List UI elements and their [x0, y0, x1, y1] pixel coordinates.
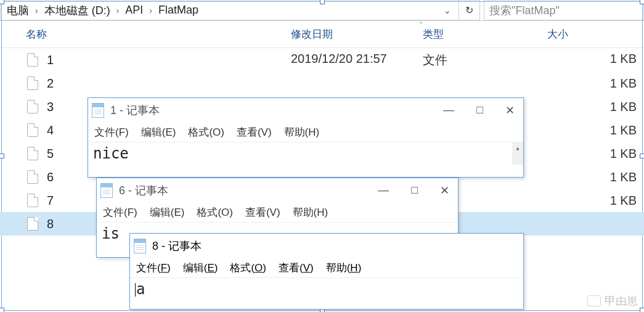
file-row[interactable]: 1 2019/12/20 21:57文件1 KB — [0, 48, 644, 72]
menubar: 文件(F) 编辑(E) 格式(O) 查看(V) 帮助(H) — [130, 258, 523, 278]
file-size: 1 KB — [547, 170, 644, 184]
menu-view[interactable]: 查看(V) — [245, 205, 280, 220]
notepad-window-1[interactable]: 1 - 记事本 — □ ✕ 文件(F) 编辑(E) 格式(O) 查看(V) 帮助… — [88, 97, 524, 178]
search-input[interactable]: 搜索"FlatMap" — [484, 0, 644, 20]
file-icon — [27, 53, 38, 67]
file-name: 3 — [47, 100, 54, 114]
menu-edit[interactable]: 编辑(E) — [150, 205, 185, 220]
handle-bot-right[interactable] — [640, 308, 644, 312]
crumb-drive[interactable]: 本地磁盘 (D:) — [42, 3, 113, 18]
menu-file[interactable]: 文件(F) — [94, 125, 129, 139]
menu-format[interactable]: 格式(O) — [188, 125, 224, 139]
file-icon — [27, 76, 38, 90]
maximize-button[interactable]: □ — [411, 184, 418, 197]
chevron-right-icon: › — [148, 6, 153, 15]
file-row[interactable]: 2 1 KB — [0, 72, 644, 95]
text-area[interactable]: nice ▴ — [88, 142, 523, 165]
menu-view[interactable]: 查看(V) — [237, 125, 272, 139]
scrollbar[interactable]: ▴ — [512, 142, 523, 165]
chevron-down-icon[interactable]: ⌄ — [440, 6, 455, 15]
menubar: 文件(F) 编辑(E) 格式(O) 查看(V) 帮助(H) — [97, 203, 458, 223]
menu-help[interactable]: 帮助(H) — [284, 125, 320, 139]
file-name: 5 — [47, 147, 54, 161]
file-date: 2019/12/20 21:57 — [291, 52, 423, 68]
file-size: 1 KB — [547, 147, 644, 161]
close-button[interactable]: ✕ — [440, 184, 449, 197]
titlebar[interactable]: 1 - 记事本 — □ ✕ — [88, 98, 523, 123]
breadcrumb[interactable]: 电脑 › 本地磁盘 (D:) › API › FlatMap ⌄ — [0, 0, 459, 20]
file-name: 6 — [47, 170, 54, 184]
maximize-button[interactable]: □ — [476, 104, 483, 117]
watermark: 甲由崽 — [587, 294, 638, 308]
sort-indicator-icon: ˄ — [99, 21, 644, 30]
minimize-button[interactable]: — — [443, 104, 454, 117]
file-name: 2 — [47, 76, 54, 91]
text-content: nice — [93, 145, 129, 162]
notepad-icon — [92, 103, 104, 118]
chevron-right-icon: › — [34, 6, 39, 15]
titlebar[interactable]: 8 - 记事本 — [130, 234, 523, 258]
menu-format[interactable]: 格式(O) — [230, 261, 266, 275]
menu-edit[interactable]: 编辑(E) — [141, 125, 176, 139]
refresh-button[interactable]: ↻ — [459, 0, 480, 20]
window-title: 8 - 记事本 — [152, 239, 202, 253]
file-name: 7 — [47, 194, 54, 208]
close-button[interactable]: ✕ — [505, 104, 515, 117]
menu-edit[interactable]: 编辑(E) — [183, 261, 218, 275]
search-placeholder: 搜索"FlatMap" — [489, 3, 560, 18]
crumb-pc[interactable]: 电脑 — [4, 3, 31, 18]
file-size: 1 KB — [547, 52, 644, 68]
window-title: 1 - 记事本 — [110, 103, 160, 118]
file-icon — [27, 147, 38, 160]
file-size: 1 KB — [547, 194, 644, 208]
file-icon — [27, 100, 38, 113]
file-name: 4 — [47, 123, 54, 138]
menu-file[interactable]: 文件(F) — [136, 261, 171, 275]
notepad-icon — [134, 239, 146, 253]
titlebar[interactable]: 6 - 记事本 — □ ✕ — [97, 178, 458, 203]
window-title: 6 - 记事本 — [119, 183, 168, 198]
file-size: 1 KB — [547, 100, 644, 114]
minimize-button[interactable]: — — [378, 184, 389, 197]
text-area[interactable]: a — [130, 278, 523, 300]
menubar: 文件(F) 编辑(E) 格式(O) 查看(V) 帮助(H) — [88, 123, 523, 142]
handle-bot-left[interactable] — [0, 308, 4, 312]
file-name: 8 — [47, 217, 54, 231]
watermark-text: 甲由崽 — [605, 294, 638, 308]
file-type: 文件 — [423, 52, 547, 68]
scroll-up-icon[interactable]: ▴ — [512, 142, 523, 154]
notepad-icon — [100, 183, 113, 198]
text-content: a — [136, 281, 145, 298]
menu-help[interactable]: 帮助(H) — [326, 261, 362, 275]
file-icon — [27, 123, 38, 137]
file-icon — [27, 194, 38, 207]
menu-format[interactable]: 格式(O) — [197, 205, 233, 220]
menu-view[interactable]: 查看(V) — [279, 261, 314, 275]
text-caret — [135, 283, 136, 297]
address-bar: 电脑 › 本地磁盘 (D:) › API › FlatMap ⌄ ↻ 搜索"Fl… — [0, 0, 644, 21]
wechat-icon — [587, 295, 601, 306]
file-icon — [27, 170, 38, 184]
crumb-api[interactable]: API — [123, 4, 145, 17]
menu-help[interactable]: 帮助(H) — [293, 205, 328, 220]
menu-file[interactable]: 文件(F) — [103, 205, 137, 220]
file-icon — [27, 217, 38, 231]
chevron-right-icon: › — [115, 6, 121, 15]
file-name: 1 — [47, 53, 54, 67]
file-size: 1 KB — [547, 76, 644, 91]
notepad-window-8[interactable]: 8 - 记事本 文件(F) 编辑(E) 格式(O) 查看(V) 帮助(H) a — [129, 233, 524, 310]
file-size: 1 KB — [547, 123, 644, 138]
text-content: is — [102, 225, 120, 242]
crumb-flatmap[interactable]: FlatMap — [156, 4, 201, 17]
